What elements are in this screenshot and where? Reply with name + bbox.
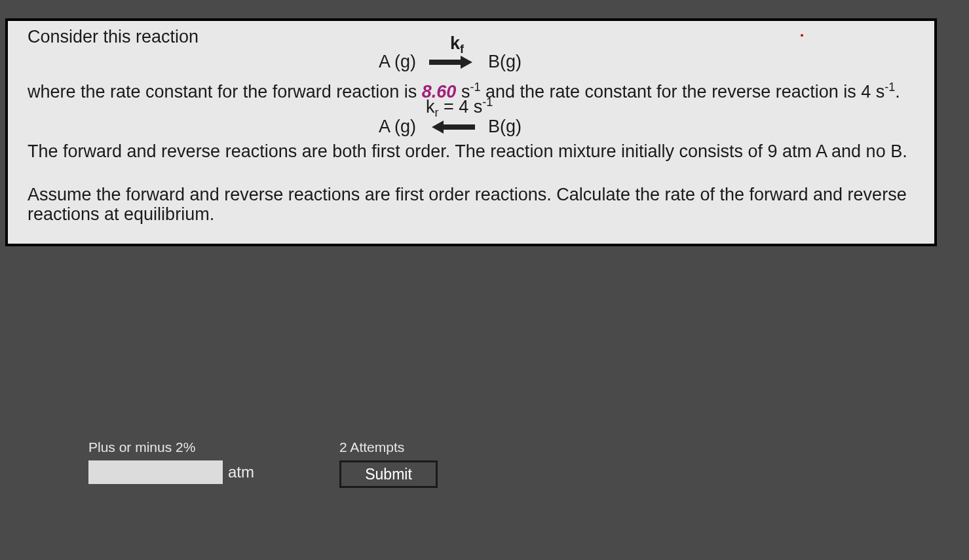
submit-column: 2 Attempts Submit <box>339 439 438 488</box>
submit-button[interactable]: Submit <box>339 460 438 488</box>
reverse-right-species: B(g) <box>488 117 522 137</box>
intro-text: Consider this reaction <box>28 28 915 47</box>
forward-reaction-equation: kf A (g) B(g) <box>28 48 915 81</box>
kr-letter: k <box>426 97 435 117</box>
tolerance-label: Plus or minus 2% <box>88 439 254 455</box>
initial-conditions-paragraph: The forward and reverse reactions are bo… <box>28 142 915 162</box>
kr-label: kr = 4 s-1 <box>426 96 493 120</box>
kf-letter: k <box>450 33 460 53</box>
question-panel: Consider this reaction kf A (g) B(g) whe… <box>5 18 937 246</box>
attempts-label: 2 Attempts <box>339 439 438 455</box>
question-text: Consider this reaction kf A (g) B(g) whe… <box>28 28 915 224</box>
answer-input-column: Plus or minus 2% atm <box>88 439 254 484</box>
forward-left-species: A (g) <box>379 52 416 72</box>
kr-eq: = 4 s <box>439 97 483 117</box>
instruction-paragraph: Assume the forward and reverse reactions… <box>28 185 915 224</box>
answer-input[interactable] <box>88 460 223 484</box>
answer-area: Plus or minus 2% atm 2 Attempts Submit <box>88 439 438 488</box>
input-row: atm <box>88 460 254 484</box>
kr-sup: -1 <box>482 96 493 109</box>
reverse-reaction-equation: kr = 4 s-1 A (g) B(g) <box>28 102 915 142</box>
para1-end: . <box>895 82 900 102</box>
para1-sup1: -1 <box>470 81 480 94</box>
para1-before: where the rate constant for the forward … <box>28 82 422 102</box>
reverse-left-species: A (g) <box>379 117 416 137</box>
forward-right-species: B(g) <box>488 52 522 72</box>
para1-mid2: and the rate constant for the reverse re… <box>480 82 884 102</box>
right-arrow-icon <box>429 58 475 67</box>
para1-sup2: -1 <box>884 81 895 94</box>
unit-label: atm <box>228 463 254 481</box>
left-arrow-icon <box>429 122 475 132</box>
